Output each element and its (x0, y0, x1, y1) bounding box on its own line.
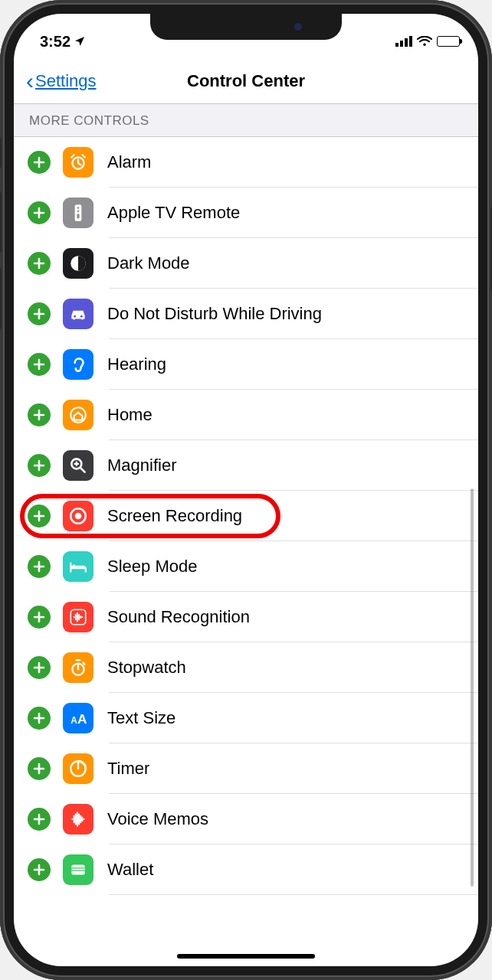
control-row: Sleep Mode (14, 541, 478, 592)
control-row: Stopwatch (14, 642, 478, 693)
nav-bar: ‹ Settings Control Center (14, 58, 478, 104)
status-time: 3:52 (40, 33, 71, 51)
control-label: Magnifier (107, 456, 176, 475)
cellular-icon (395, 33, 412, 51)
bed-icon (63, 551, 93, 582)
svg-point-10 (74, 315, 76, 318)
add-button[interactable] (28, 656, 51, 679)
svg-rect-0 (395, 43, 399, 47)
control-label: Sleep Mode (107, 557, 197, 577)
control-row: Screen Recording (14, 491, 478, 541)
svg-point-16 (73, 564, 75, 567)
mute-switch (0, 138, 2, 168)
notch (150, 14, 342, 40)
add-button[interactable] (28, 757, 51, 780)
control-label: Voice Memos (107, 809, 208, 829)
svg-rect-2 (405, 38, 408, 47)
remote-icon (63, 198, 93, 228)
add-button[interactable] (28, 555, 51, 578)
add-button[interactable] (28, 201, 51, 224)
add-button[interactable] (28, 353, 51, 376)
svg-point-7 (77, 211, 80, 213)
add-button[interactable] (28, 252, 51, 275)
back-label: Settings (35, 71, 97, 91)
volume-down-button (0, 268, 2, 329)
control-row: Wallet (14, 844, 478, 895)
control-row: Apple TV Remote (14, 188, 478, 238)
control-label: Text Size (107, 708, 175, 728)
status-left: 3:52 (40, 33, 86, 51)
control-label: Hearing (107, 354, 166, 374)
control-label: Dark Mode (107, 253, 190, 273)
alarm-icon (63, 147, 93, 178)
controls-list[interactable]: AlarmApple TV RemoteDark ModeDo Not Dist… (14, 137, 478, 895)
svg-rect-17 (71, 609, 86, 625)
section-header: MORE CONTROLS (14, 104, 478, 137)
add-button[interactable] (28, 606, 51, 629)
wallet-icon (63, 854, 93, 885)
control-row: Do Not Disturb While Driving (14, 289, 478, 339)
svg-rect-8 (77, 214, 79, 219)
control-row: Hearing (14, 339, 478, 390)
add-button[interactable] (28, 302, 51, 325)
car-icon (63, 299, 93, 329)
separator (109, 894, 478, 895)
magnifier-icon (63, 450, 93, 481)
add-button[interactable] (28, 858, 51, 881)
control-label: Do Not Disturb While Driving (107, 304, 322, 324)
home-indicator[interactable] (177, 954, 315, 959)
control-label: Screen Recording (107, 506, 242, 526)
chevron-left-icon: ‹ (26, 70, 34, 93)
control-label: Wallet (107, 860, 153, 880)
svg-point-11 (80, 315, 83, 318)
device-frame: 3:52 (0, 0, 492, 980)
svg-text:A: A (71, 715, 77, 726)
record-icon (63, 501, 93, 531)
control-row: Voice Memos (14, 794, 478, 844)
control-row: Magnifier (14, 440, 478, 491)
screen: 3:52 (14, 14, 478, 966)
ear-icon (63, 349, 93, 380)
add-button[interactable] (28, 505, 51, 528)
control-row: Dark Mode (14, 238, 478, 289)
add-button[interactable] (28, 707, 51, 730)
status-right (395, 33, 460, 51)
svg-point-6 (77, 207, 80, 209)
volume-up-button (0, 191, 2, 253)
svg-rect-3 (409, 36, 412, 47)
control-row: Alarm (14, 137, 478, 188)
add-button[interactable] (28, 151, 51, 174)
svg-text:A: A (77, 711, 87, 727)
home-icon (63, 400, 93, 430)
voice-icon (63, 804, 93, 835)
control-label: Apple TV Remote (107, 203, 240, 223)
add-button[interactable] (28, 454, 51, 477)
sound-icon (63, 602, 93, 632)
control-label: Stopwatch (107, 658, 186, 678)
scroll-indicator[interactable] (471, 488, 474, 887)
control-label: Alarm (107, 152, 151, 172)
control-row: Home (14, 390, 478, 440)
control-label: Timer (107, 759, 149, 779)
svg-point-15 (75, 513, 82, 520)
timer-icon (63, 753, 93, 784)
control-row: Sound Recognition (14, 592, 478, 642)
control-row: AAText Size (14, 693, 478, 743)
control-label: Sound Recognition (107, 607, 250, 627)
darkmode-icon (63, 248, 93, 279)
textsize-icon: AA (63, 703, 93, 733)
battery-icon (437, 36, 460, 47)
control-label: Home (107, 405, 153, 425)
svg-rect-22 (71, 865, 84, 875)
stopwatch-icon (63, 652, 93, 683)
control-row: Timer (14, 743, 478, 794)
wifi-icon (417, 33, 432, 51)
location-icon (74, 35, 86, 47)
add-button[interactable] (28, 403, 51, 426)
svg-rect-1 (400, 41, 403, 47)
back-button[interactable]: ‹ Settings (26, 70, 97, 93)
add-button[interactable] (28, 808, 51, 831)
